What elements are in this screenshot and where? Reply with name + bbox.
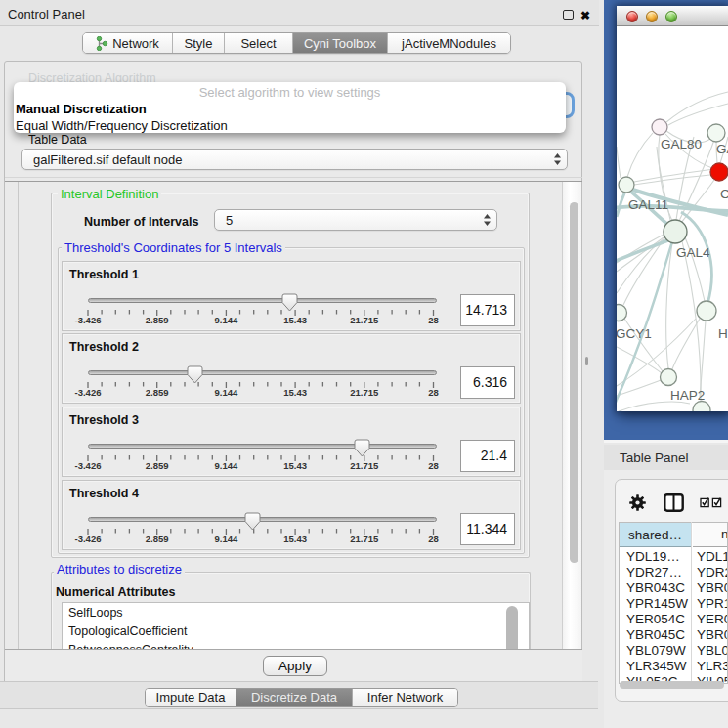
svg-text:C: C [720,187,728,201]
svg-text:H: H [718,326,728,341]
svg-text:GAL80: GAL80 [661,137,702,151]
svg-text:GAL4: GAL4 [676,245,710,260]
svg-text:GCY1: GCY1 [617,326,652,341]
svg-text:GAL11: GAL11 [628,197,668,212]
svg-text:GA: GA [716,142,728,156]
svg-text:HAP2: HAP2 [670,388,705,403]
